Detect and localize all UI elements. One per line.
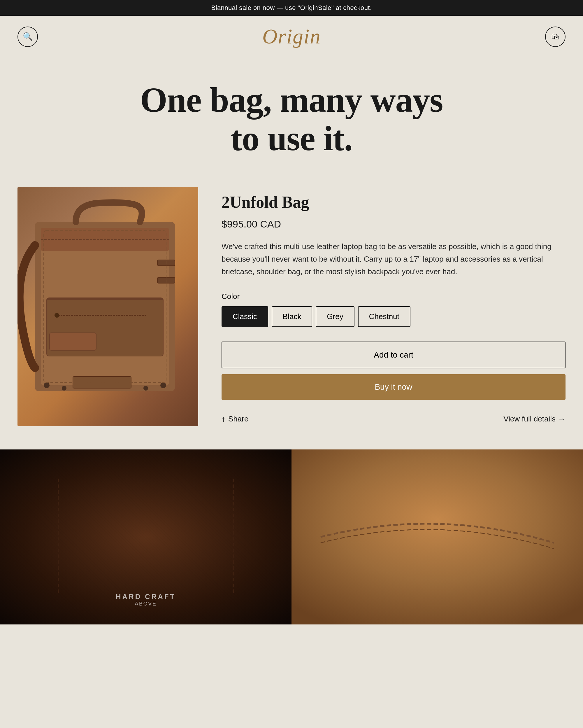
product-section: 2Unfold Bag $995.00 CAD We've crafted th… bbox=[0, 175, 583, 449]
cart-button[interactable]: 🛍 bbox=[545, 27, 565, 47]
bottom-image-left: HARD CRAFT ABOVE bbox=[0, 449, 292, 624]
svg-rect-8 bbox=[50, 333, 96, 350]
bottom-left-bg bbox=[0, 449, 292, 624]
svg-rect-17 bbox=[0, 449, 292, 624]
product-price: $995.00 CAD bbox=[222, 218, 565, 230]
announcement-bar: Biannual sale on now — use "OriginSale" … bbox=[0, 0, 583, 16]
search-button[interactable]: 🔍 bbox=[18, 27, 38, 47]
color-options: Classic Black Grey Chestnut bbox=[222, 306, 565, 327]
share-icon: ↑ bbox=[222, 414, 225, 423]
svg-point-12 bbox=[143, 386, 148, 391]
buy-now-button[interactable]: Buy it now bbox=[222, 374, 565, 400]
site-logo: Origin bbox=[262, 25, 321, 49]
svg-point-11 bbox=[62, 386, 66, 391]
svg-point-10 bbox=[160, 382, 166, 388]
color-option-chestnut[interactable]: Chestnut bbox=[358, 306, 411, 327]
announcement-text: Biannual sale on now — use "OriginSale" … bbox=[211, 4, 372, 11]
product-footer: ↑ Share View full details → bbox=[222, 414, 565, 423]
search-icon: 🔍 bbox=[23, 32, 33, 42]
product-description: We've crafted this multi-use leather lap… bbox=[222, 240, 565, 278]
share-button[interactable]: ↑ Share bbox=[222, 414, 248, 423]
color-option-black[interactable]: Black bbox=[272, 306, 312, 327]
view-details-label: View full details bbox=[503, 414, 556, 423]
color-option-classic[interactable]: Classic bbox=[222, 306, 268, 327]
svg-rect-5 bbox=[47, 298, 163, 300]
bottom-right-bg bbox=[292, 449, 583, 624]
color-label: Color bbox=[222, 292, 565, 301]
bottom-left-badge: HARD CRAFT ABOVE bbox=[116, 593, 175, 607]
bag-illustration bbox=[18, 187, 198, 426]
product-title: 2Unfold Bag bbox=[222, 193, 565, 211]
product-image bbox=[18, 187, 198, 426]
bottom-image-right bbox=[292, 449, 583, 624]
share-label: Share bbox=[228, 414, 248, 423]
view-full-details-link[interactable]: View full details → bbox=[503, 414, 565, 423]
arrow-right-icon: → bbox=[558, 414, 565, 423]
hero-heading: One bag, many ways to use it. bbox=[29, 81, 554, 158]
svg-point-9 bbox=[44, 382, 50, 388]
svg-rect-21 bbox=[292, 449, 583, 624]
svg-rect-18 bbox=[0, 449, 292, 624]
color-option-grey[interactable]: Grey bbox=[316, 306, 354, 327]
hero-section: One bag, many ways to use it. bbox=[0, 57, 583, 175]
add-to-cart-button[interactable]: Add to cart bbox=[222, 341, 565, 368]
header: 🔍 Origin 🛍 bbox=[0, 16, 583, 57]
bottom-images-strip: HARD CRAFT ABOVE bbox=[0, 449, 583, 624]
product-image-container bbox=[18, 187, 198, 426]
product-details: 2Unfold Bag $995.00 CAD We've crafted th… bbox=[222, 187, 565, 423]
svg-point-7 bbox=[55, 313, 59, 318]
cart-icon: 🛍 bbox=[551, 32, 559, 42]
